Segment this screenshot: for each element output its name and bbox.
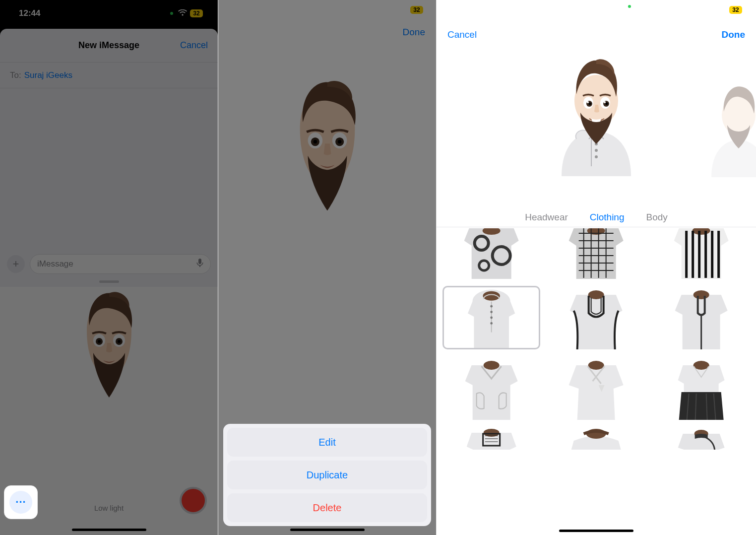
camera-indicator-icon <box>628 5 631 8</box>
svg-point-23 <box>604 101 606 103</box>
clothing-item-pattern-geometric[interactable] <box>547 228 645 279</box>
phone-2-action-sheet: 32 Done Edit Duplicate Delete <box>218 0 437 535</box>
tab-body[interactable]: Body <box>646 212 668 223</box>
clothing-item-hanbok[interactable] <box>547 356 645 420</box>
clothing-item-top-offshoulder[interactable] <box>547 427 645 450</box>
clothing-item-robe-pockets[interactable] <box>442 356 540 420</box>
memoji-preview-next <box>701 78 756 177</box>
svg-point-40 <box>490 311 493 313</box>
tab-clothing[interactable]: Clothing <box>590 212 625 223</box>
clothing-item-pattern-stripes[interactable] <box>652 228 750 279</box>
svg-point-41 <box>490 317 493 319</box>
clothing-item-hoodie-buttons[interactable] <box>442 286 540 349</box>
svg-point-13 <box>595 149 598 152</box>
svg-point-42 <box>490 322 493 325</box>
phone-3-memoji-editor: 32 Cancel Done <box>437 0 756 535</box>
delete-action[interactable]: Delete <box>227 493 427 522</box>
dim-overlay <box>0 0 218 535</box>
clothing-item-pattern-circles[interactable] <box>442 228 540 279</box>
tab-headwear[interactable]: Headwear <box>525 212 568 223</box>
done-button[interactable]: Done <box>722 29 746 40</box>
memoji-options-button[interactable]: ··· <box>4 485 38 519</box>
action-sheet: Edit Duplicate Delete <box>223 424 431 526</box>
svg-point-46 <box>484 361 500 370</box>
edit-action[interactable]: Edit <box>227 428 427 457</box>
svg-point-18 <box>589 103 591 105</box>
battery-icon: 32 <box>729 6 742 14</box>
duplicate-action[interactable]: Duplicate <box>227 461 427 489</box>
clothing-grid[interactable] <box>437 228 756 528</box>
clothing-item-hakama[interactable] <box>652 356 750 420</box>
svg-point-14 <box>595 155 598 158</box>
status-bar: 32 <box>729 6 742 14</box>
category-tabs: Headwear Clothing Body <box>437 207 756 227</box>
svg-point-43 <box>588 290 604 299</box>
svg-point-44 <box>693 290 709 299</box>
editor-nav: Cancel Done <box>437 25 756 45</box>
clothing-item-cheongsam[interactable] <box>652 427 750 450</box>
home-indicator[interactable] <box>559 530 633 532</box>
svg-point-39 <box>490 305 493 308</box>
phone-1-imessage: 12:44 32 New iMessage Cancel To: Suraj i… <box>0 0 218 535</box>
clothing-item-blouse-square[interactable] <box>442 427 540 450</box>
ellipsis-icon: ··· <box>9 491 32 514</box>
svg-point-22 <box>606 103 608 105</box>
clothing-item-tunic-embroidered[interactable] <box>547 286 645 349</box>
memoji-preview-area[interactable] <box>437 45 756 186</box>
svg-point-47 <box>588 361 604 370</box>
memoji-preview-main <box>527 47 666 186</box>
svg-point-19 <box>587 101 589 103</box>
clothing-item-tunic-piping[interactable] <box>652 286 750 349</box>
cancel-button[interactable]: Cancel <box>447 29 477 40</box>
